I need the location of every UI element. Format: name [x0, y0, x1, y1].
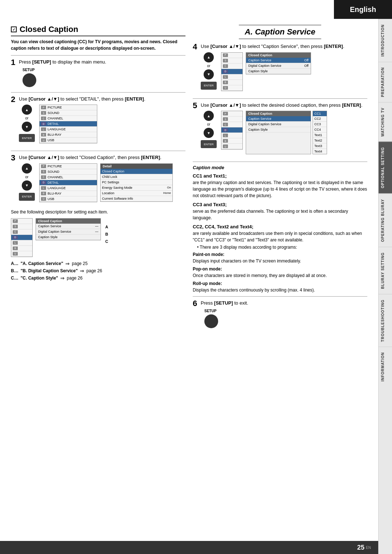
cursor-btns-4: ▲ or ▼ ENTER	[201, 52, 217, 90]
option-cc1: CC1	[313, 111, 327, 116]
cc-row-digital-4: Digital Caption ServiceOff	[246, 63, 311, 69]
cursor-down-btn-2: ▼	[22, 122, 32, 132]
cc-row-caption-service: Caption Service—	[36, 224, 101, 229]
enter-btn-3: ENTER	[19, 193, 35, 201]
cc2-cc4-body: are rarely available and broadcasters us…	[193, 230, 367, 243]
menu-row-picture: PPICTURE	[40, 105, 97, 110]
step-5: 5 Use [Cursor ▲/▼] to select the desired…	[193, 102, 367, 157]
cursor-down-btn-4: ▼	[204, 69, 214, 80]
cursor-up-btn-3: ▲	[22, 163, 32, 174]
setup-button-1	[23, 73, 36, 87]
ref-key-b: B…	[11, 268, 19, 273]
cc-menu-row-s: S	[11, 224, 32, 229]
right-sidebar: INTRODUCTION PREPARATION WATCHING TV OPT…	[378, 19, 392, 554]
cc-menu-title: Closed Caption	[36, 219, 101, 224]
cc1-text1-heading: CC1 and Text1;	[193, 173, 367, 179]
cc-left-menu: P S C D L B U	[11, 218, 33, 257]
s4-row-d: D	[221, 69, 242, 74]
menu-row-channel-3: CCHANNEL	[40, 175, 97, 180]
cc-menu-title-5: Closed Caption	[246, 111, 311, 116]
step4-menus: P S C D L B U Closed Caption Caption Ser…	[221, 52, 311, 91]
marker-c: C	[105, 239, 108, 244]
sidebar-tab-information[interactable]: INFORMATION	[379, 347, 392, 387]
menu-row-channel: CCHANNEL	[40, 116, 97, 121]
left-menu-3: PPICTURE SSOUND CCHANNEL DDETAIL LLANGUA…	[39, 163, 97, 202]
roll-up-body: Displays the characters continuously by …	[193, 287, 367, 293]
cursor-up-btn-2: ▲	[22, 105, 32, 115]
ref-arrow-b: ⇒	[80, 268, 84, 274]
sidebar-tab-watching-tv[interactable]: WATCHING TV	[379, 102, 392, 142]
cc-menu-row-p: P	[11, 219, 32, 224]
cursor-up-btn-5: ▲	[204, 111, 214, 121]
intro-text: You can view closed captioning (CC) for …	[11, 38, 185, 52]
sidebar-tab-preparation[interactable]: PREPARATION	[379, 62, 392, 102]
detail-row-location: LocationHome	[101, 191, 172, 196]
step-2: 2 Use [Cursor ▲/▼] to select "DETAIL", t…	[11, 95, 185, 146]
step-5-number: 5	[193, 102, 199, 110]
pop-on-heading: Pop-on mode:	[193, 266, 367, 272]
s5-row-c: C	[221, 122, 242, 127]
right-column: A. Caption Service 4 Use [Cursor ▲/▼] to…	[193, 25, 367, 333]
sidebar-tab-operating-bluray[interactable]: OPERATING BLURAY	[379, 194, 392, 247]
pop-on-body: Once characters are stored in memory, th…	[193, 272, 367, 279]
menu-row-detail: DDETAIL	[40, 121, 97, 127]
or-text-5: or	[207, 122, 211, 126]
cc-row-digital-5: Digital Caption Service	[246, 122, 311, 127]
cursor-btns-2: ▲ or ▼ ENTER	[19, 105, 35, 142]
option-cc3: CC3	[313, 122, 327, 127]
caption-mode-title: Caption mode	[193, 165, 367, 170]
cc-menu-row-d: D	[11, 235, 32, 240]
or-text-4: or	[207, 64, 211, 68]
step-2-number: 2	[11, 95, 17, 103]
ref-arrow-a: ⇒	[65, 261, 70, 266]
cc-menu-row-u: U	[11, 251, 32, 257]
step-6: 6 Press [SETUP] to exit. SETUP	[193, 300, 367, 328]
right-section-title-wrap: A. Caption Service	[193, 25, 367, 39]
menu-row-detail-3: DDETAIL	[40, 180, 97, 186]
cursor-btns-3: ▲ or ▼ ENTER	[19, 163, 35, 201]
step3-menus: PPICTURE SSOUND CCHANNEL DDETAIL LLANGUA…	[39, 163, 173, 202]
menu-row-bluray-3: BBLU-RAY	[40, 191, 97, 196]
checkbox-icon: ✓	[11, 27, 17, 32]
main-content: ✓ Closed Caption You can view closed cap…	[0, 0, 378, 362]
sidebar-tab-introduction[interactable]: INTRODUCTION	[379, 19, 392, 62]
see-following-text: See the following description for settin…	[11, 209, 185, 215]
left-menu-5: P S C D L B U	[221, 111, 243, 150]
sidebar-tab-bluray-setting[interactable]: BLURAY SETTING	[379, 247, 392, 294]
cc-menu-4: Closed Caption Caption ServiceOff Digita…	[246, 52, 311, 74]
setup-label-1: SETUP	[23, 68, 34, 72]
s4-row-p: P	[221, 53, 242, 58]
cc-menu-row-c: C	[11, 229, 32, 235]
sidebar-tab-optional-setting[interactable]: OPTIONAL SETTING	[379, 142, 392, 194]
menu-row-sound: SSOUND	[40, 110, 97, 116]
option-text1: Text1	[313, 133, 327, 138]
step-4: 4 Use [Cursor ▲/▼] to select "Caption Se…	[193, 43, 367, 93]
ref-list: A… "A. Caption Service" ⇒ page 25 B… "B.…	[11, 261, 185, 281]
sidebar-tab-troubleshooting[interactable]: TROUBLESHOOTING	[379, 294, 392, 347]
s5-row-d: D	[221, 127, 242, 133]
right-title-text: A. Caption Service	[245, 27, 315, 36]
page-number: 25	[357, 544, 364, 551]
s4-row-l: L	[221, 74, 242, 80]
right-title-box: A. Caption Service	[239, 25, 321, 39]
s5-row-s: S	[221, 117, 242, 122]
ref-arrow-c: ⇒	[60, 275, 65, 281]
step-1: 1 Press [SETUP] to display the main menu…	[11, 58, 185, 87]
cc-row-style-4: Caption Style	[246, 69, 311, 74]
cc3-text3-heading: CC3 and Text3;	[193, 202, 367, 207]
left-column: ✓ Closed Caption You can view closed cap…	[11, 25, 185, 333]
detail-row-pc-settings: PC Settings	[101, 180, 172, 185]
menu-row-language-3: LLANGUAGE	[40, 186, 97, 191]
cc-menu-5: Closed Caption Caption Service Digital C…	[246, 111, 311, 154]
ref-item-a: A… "A. Caption Service" ⇒ page 25	[11, 261, 185, 266]
ref-text-c: "C. Caption Style"	[21, 276, 58, 281]
step-4-content: Use [Cursor ▲/▼] to select "Caption Serv…	[201, 43, 367, 93]
detail-row-energy: Energy Saving ModeOn	[101, 185, 172, 191]
step-3: 3 Use [Cursor ▲/▼] to select "Closed Cap…	[11, 154, 185, 204]
step-1-content: Press [SETUP] to display the main menu. …	[19, 58, 185, 87]
paint-on-heading: Paint-on mode:	[193, 252, 367, 257]
step-3-number: 3	[11, 154, 17, 162]
cc1-text1-body: are the primary caption and text service…	[193, 179, 367, 199]
cc-menu-area: P S C D L B U Closed Caption Caption Ser…	[11, 218, 185, 257]
step-4-number: 4	[193, 43, 199, 51]
